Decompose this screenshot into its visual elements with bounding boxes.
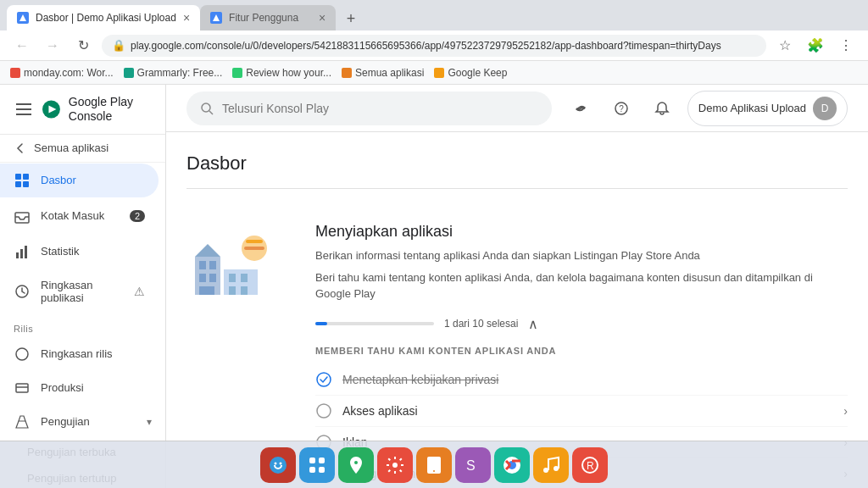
tab-favicon-inactive (210, 12, 222, 24)
tab-inactive[interactable]: Fitur Pengguna × (200, 5, 336, 30)
svg-point-19 (202, 103, 210, 112)
new-tab-button[interactable]: + (339, 7, 363, 30)
sidebar-dasbor-label: Dasbor (41, 174, 76, 186)
sidebar-back-button[interactable]: Semua aplikasi (0, 135, 165, 163)
dock-launchpad[interactable] (299, 447, 335, 483)
sidebar-brand-label: Google Play Console (69, 95, 152, 124)
svg-rect-32 (229, 286, 236, 295)
tab-active[interactable]: Dasbor | Demo Aplikasi Upload × (7, 5, 200, 30)
bookmark-grammarly[interactable]: Grammarly: Free... (124, 67, 223, 79)
sidebar-item-statistik[interactable]: Statistik (0, 235, 159, 269)
link-button[interactable] (565, 93, 596, 124)
svg-rect-33 (241, 286, 248, 295)
main-header: ? Demo Aplikasi Upload D (166, 85, 868, 132)
ringkasan-publikasi-icon (14, 283, 31, 300)
tab-bar: Dasbor | Demo Aplikasi Upload × Fitur Pe… (0, 0, 868, 30)
url-bar[interactable]: 🔒 play.google.com/console/u/0/developers… (102, 35, 766, 57)
sidebar-statistik-label: Statistik (41, 245, 80, 258)
page-title: Dasbor (186, 152, 848, 175)
ringkasan-alert-icon: ⚠ (134, 285, 145, 298)
svg-rect-25 (209, 261, 216, 269)
back-button[interactable]: ← (10, 34, 34, 58)
search-input[interactable] (222, 102, 538, 115)
bookmark-semua-label: Semua aplikasi (355, 67, 424, 79)
dock-extra[interactable]: R (572, 447, 608, 483)
sidebar-item-dasbor[interactable]: Dasbor (0, 164, 159, 197)
svg-rect-13 (20, 249, 23, 258)
dock: S R (0, 441, 868, 488)
sidebar-header: Google Play Console (0, 85, 165, 135)
sidebar-kotak-masuk-label: Kotak Masuk (41, 209, 104, 222)
tab-active-title: Dasbor | Demo Aplikasi Upload (36, 12, 176, 24)
sidebar-ringkasan-label: Ringkasan publikasi (41, 279, 120, 304)
inbox-icon (14, 208, 31, 225)
tab-close-active[interactable]: × (183, 11, 190, 25)
bookmark-star-button[interactable]: ☆ (773, 34, 797, 58)
refresh-button[interactable]: ↻ (71, 34, 95, 58)
svg-point-46 (275, 462, 277, 464)
task-kebijakan-privasi[interactable]: Menetapkan kebijakan privasi (315, 364, 848, 396)
sidebar-item-kotak-masuk[interactable]: Kotak Masuk 2 (0, 199, 159, 233)
nav-bar: ← → ↻ 🔒 play.google.com/console/u/0/deve… (0, 30, 868, 61)
svg-marker-0 (19, 14, 26, 21)
svg-rect-2 (16, 103, 31, 105)
bookmark-review[interactable]: Review how your... (232, 67, 331, 79)
bookmark-monday[interactable]: monday.com: Wor... (10, 67, 114, 79)
play-console-logo (42, 97, 60, 121)
svg-rect-31 (241, 274, 248, 282)
dock-chrome[interactable] (494, 447, 530, 483)
sidebar-item-produksi[interactable]: Produksi (0, 371, 165, 405)
bookmark-keep-label: Google Keep (448, 67, 507, 79)
account-button[interactable]: Demo Aplikasi Upload D (687, 91, 848, 126)
menu-button[interactable]: ⋮ (834, 34, 858, 58)
forward-button[interactable]: → (41, 34, 64, 58)
dock-maps[interactable] (338, 447, 374, 483)
tab-favicon-active (17, 12, 29, 24)
pengujian-icon (14, 413, 31, 430)
task-akses-aplikasi-label: Akses aplikasi (342, 404, 833, 418)
progress-row: 1 dari 10 selesai ∧ (315, 316, 848, 332)
progress-expand-button[interactable]: ∧ (528, 316, 538, 332)
notifications-button[interactable] (647, 93, 677, 124)
sidebar-back-label: Semua aplikasi (34, 141, 108, 154)
sidebar-item-ringkasan-rilis[interactable]: Ringkasan rilis (0, 337, 165, 371)
sidebar-item-pengujian[interactable]: Pengujian ▾ (0, 405, 165, 439)
bookmark-review-label: Review how your... (246, 67, 331, 79)
task-completed-icon (315, 371, 332, 388)
sidebar: Google Play Console Semua aplikasi Dasbo… (0, 85, 166, 488)
tab-close-inactive[interactable]: × (319, 11, 326, 25)
help-button[interactable]: ? (606, 93, 637, 124)
progress-text: 1 dari 10 selesai (444, 318, 518, 330)
bookmark-google-keep[interactable]: Google Keep (434, 67, 507, 79)
svg-point-58 (543, 468, 548, 473)
svg-rect-30 (229, 274, 236, 282)
dock-phone[interactable] (416, 447, 452, 483)
search-bar[interactable] (186, 92, 552, 125)
section-desc: Beri tahu kami tentang konten aplikasi A… (315, 269, 848, 302)
dock-music[interactable] (533, 447, 569, 483)
svg-marker-1 (213, 14, 220, 21)
section-subtitle: Berikan informasi tentang aplikasi Anda … (315, 247, 848, 264)
dasbor-icon (14, 172, 31, 189)
pengujian-chevron: ▾ (147, 416, 152, 428)
browser-chrome: Dasbor | Demo Aplikasi Upload × Fitur Pe… (0, 0, 868, 61)
svg-marker-34 (195, 244, 220, 257)
tab-inactive-title: Fitur Pengguna (229, 12, 312, 24)
svg-rect-28 (199, 286, 214, 295)
svg-rect-48 (309, 458, 315, 463)
dock-slack[interactable]: S (455, 447, 491, 483)
task-kebijakan-privasi-label: Menetapkan kebijakan privasi (342, 373, 848, 386)
svg-point-39 (317, 404, 331, 418)
task-akses-aplikasi[interactable]: Akses aplikasi › (315, 396, 848, 427)
hamburger-menu-button[interactable] (14, 96, 34, 123)
dock-settings[interactable] (377, 447, 413, 483)
dock-finder[interactable] (260, 447, 296, 483)
extensions-button[interactable]: 🧩 (804, 34, 827, 58)
svg-rect-11 (15, 213, 29, 223)
svg-point-38 (317, 373, 331, 386)
task-akses-chevron: › (843, 404, 848, 418)
bookmark-semua-aplikasi[interactable]: Semua aplikasi (342, 67, 424, 79)
back-arrow-icon (14, 141, 27, 155)
section-title: Menyiapkan aplikasi (315, 223, 848, 241)
sidebar-item-ringkasan-publikasi[interactable]: Ringkasan publikasi ⚠ (0, 270, 159, 313)
